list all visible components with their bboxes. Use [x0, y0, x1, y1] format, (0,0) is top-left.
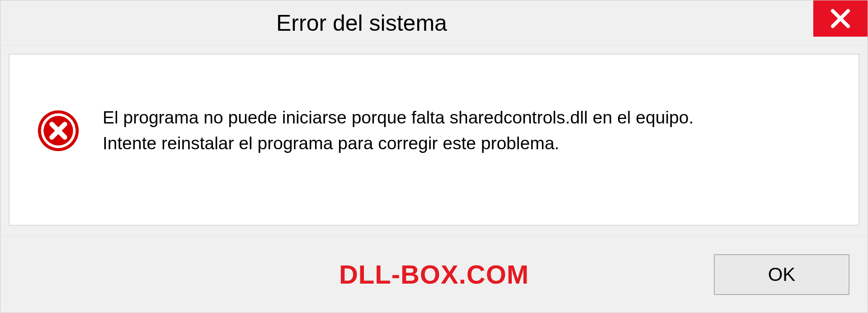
content-area: El programa no puede iniciarse porque fa… [0, 46, 868, 236]
titlebar: Error del sistema [0, 0, 868, 46]
close-button[interactable] [813, 0, 868, 37]
ok-button-label: OK [768, 264, 796, 285]
system-error-dialog: Error del sistema El programa no puede i… [0, 0, 868, 313]
message-panel: El programa no puede iniciarse porque fa… [9, 54, 859, 226]
dialog-footer: DLL-BOX.COM OK [0, 236, 868, 313]
error-message-line2: Intente reinstalar el programa para corr… [103, 131, 693, 156]
dialog-title: Error del sistema [276, 10, 447, 36]
watermark-text: DLL-BOX.COM [339, 259, 529, 289]
error-icon [37, 109, 80, 152]
error-message-line1: El programa no puede iniciarse porque fa… [103, 105, 693, 131]
ok-button[interactable]: OK [714, 254, 849, 295]
close-icon [829, 7, 852, 30]
error-message: El programa no puede iniciarse porque fa… [103, 105, 693, 156]
